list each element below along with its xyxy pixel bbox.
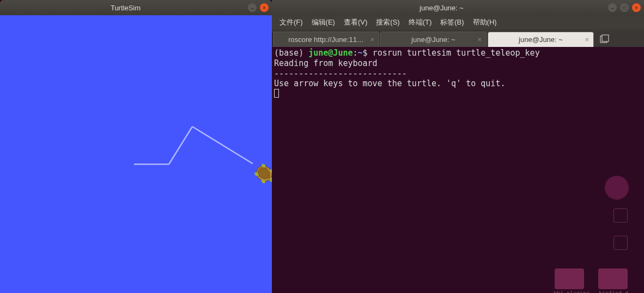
svg-line-2: [192, 127, 253, 164]
turtlesim-titlebar[interactable]: TurtleSim – ×: [0, 0, 272, 15]
terminal-line: Use arrow keys to move the turtle. 'q' t…: [274, 79, 505, 88]
menu-view[interactable]: 查看(V): [341, 16, 370, 28]
prompt-user: june@June: [308, 48, 353, 58]
maximize-button[interactable]: □: [620, 3, 629, 12]
terminal-tabbar: roscore http://June:11… × june@June: ~ ×…: [272, 29, 644, 47]
menu-search[interactable]: 搜索(S): [373, 16, 403, 28]
folder-label: binfind.d: [597, 290, 630, 293]
terminal-titlebar[interactable]: june@June: ~ – □ ×: [272, 0, 644, 15]
background-filemanager-hint: bhj-plugins binfind.d: [524, 94, 644, 293]
terminal-title: june@June: ~: [275, 4, 608, 12]
prompt-base: (base): [274, 48, 308, 58]
minimize-button[interactable]: –: [248, 3, 257, 12]
close-button[interactable]: ×: [260, 3, 269, 12]
avatar-icon: [605, 176, 629, 200]
terminal-window-controls: – □ ×: [608, 3, 641, 12]
svg-rect-10: [602, 35, 609, 41]
close-icon[interactable]: ×: [370, 35, 374, 44]
svg-line-1: [169, 127, 192, 164]
folder-icon: [555, 268, 584, 289]
close-button[interactable]: ×: [632, 3, 641, 12]
prompt-end: $: [363, 48, 373, 58]
menu-terminal[interactable]: 终端(T): [405, 16, 435, 28]
new-tab-icon: [600, 34, 610, 44]
folder-icon: [598, 268, 628, 289]
minimize-button[interactable]: –: [608, 3, 617, 12]
terminal-menubar: 文件(F) 编辑(E) 查看(V) 搜索(S) 终端(T) 标签(B) 帮助(H…: [272, 15, 644, 29]
turtlesim-window: TurtleSim – ×: [0, 0, 272, 293]
bg-icon: [613, 208, 628, 223]
tab-label: june@June: ~: [519, 35, 563, 44]
terminal-window: june@June: ~ – □ × 文件(F) 编辑(E) 查看(V) 搜索(…: [272, 0, 644, 293]
close-icon[interactable]: ×: [585, 35, 589, 44]
folder-label: bhj-plugins: [554, 290, 586, 293]
tab-label: june@June: ~: [411, 35, 455, 44]
tab-shell-1[interactable]: june@June: ~ ×: [380, 32, 487, 47]
menu-help[interactable]: 帮助(H): [470, 16, 500, 28]
terminal-cursor: [274, 89, 279, 98]
menu-file[interactable]: 文件(F): [276, 16, 306, 28]
tab-shell-2-active[interactable]: june@June: ~ ×: [488, 32, 594, 47]
menu-tabs[interactable]: 标签(B): [437, 16, 467, 28]
tab-roscore[interactable]: roscore http://June:11… ×: [273, 32, 379, 47]
tab-label: roscore http://June:11…: [288, 35, 364, 44]
new-tab-button[interactable]: [597, 33, 612, 46]
prompt-path: ~: [358, 48, 363, 58]
terminal-line: ---------------------------: [274, 69, 407, 79]
menu-edit[interactable]: 编辑(E): [308, 16, 338, 28]
bg-icon: [613, 236, 628, 250]
turtlesim-window-controls: – ×: [248, 3, 269, 12]
close-icon[interactable]: ×: [477, 35, 482, 44]
turtle-path: [0, 15, 272, 293]
terminal-line: Reading from keyboard: [274, 58, 378, 68]
terminal-output[interactable]: (base) june@June:~$ rosrun turtlesim tur…: [272, 47, 644, 293]
prompt-command: rosrun turtlesim turtle_teleop_key: [373, 48, 540, 58]
prompt-sep: :: [353, 48, 358, 58]
turtlesim-title: TurtleSim: [3, 4, 248, 12]
turtlesim-canvas[interactable]: [0, 15, 272, 293]
